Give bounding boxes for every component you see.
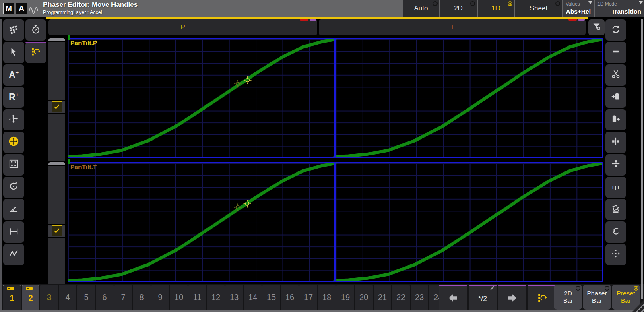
- graph-enable-cell: [48, 225, 65, 237]
- mode-label: Sheet: [530, 4, 547, 12]
- cut-button[interactable]: [605, 64, 626, 86]
- dropdown-1d-mode[interactable]: 1D ModeTransition: [595, 0, 644, 17]
- cycle-divider: [334, 39, 336, 157]
- phaser-bar-button[interactable]: Phaser Bar: [583, 285, 611, 310]
- mode-button-auto[interactable]: Auto: [403, 0, 439, 17]
- scale-button[interactable]: [3, 154, 24, 176]
- step-number: 15: [267, 293, 276, 302]
- step-button-20[interactable]: 20: [355, 285, 373, 310]
- mode-button-sheet[interactable]: Sheet: [515, 0, 562, 17]
- handle-crosshair[interactable]: [232, 202, 244, 213]
- chevron-down-icon: [639, 1, 643, 4]
- selection-rotate-icon: [537, 293, 547, 305]
- curve-start-handle[interactable]: [68, 35, 70, 40]
- swap-values-button[interactable]: T|T: [605, 177, 626, 198]
- stopwatch-button[interactable]: [25, 19, 46, 41]
- step-number: 5: [84, 293, 88, 302]
- step-number: 13: [230, 293, 239, 302]
- split-vertical-button[interactable]: [605, 132, 626, 153]
- step-button-5[interactable]: 5: [77, 285, 95, 310]
- remove-button[interactable]: [605, 42, 626, 63]
- scale-icon: [8, 159, 19, 171]
- selected-handle-crosshair[interactable]: [242, 74, 253, 86]
- split-horizontal-button[interactable]: [605, 154, 626, 176]
- graph-plot-pantilt-p[interactable]: PanTilt.P: [68, 38, 603, 158]
- pointer-button[interactable]: [3, 42, 24, 63]
- graph-enable-cell: [48, 101, 65, 113]
- channel-header-t[interactable]: T: [319, 19, 586, 35]
- 2d-bar-button[interactable]: 2D Bar: [554, 285, 582, 310]
- cut-icon: [611, 69, 621, 81]
- right-toolbar: T|T: [605, 19, 626, 265]
- preset-bar-button[interactable]: Preset Bar: [612, 285, 640, 310]
- channel-header-p[interactable]: P: [48, 19, 317, 35]
- add-relative-button[interactable]: R+: [3, 87, 24, 108]
- step-button-23[interactable]: 23: [411, 285, 428, 310]
- red-indicator: [568, 19, 577, 21]
- step-number: 2: [28, 293, 33, 303]
- handle-crosshair[interactable]: [232, 78, 244, 89]
- arrow-left-icon: [447, 292, 459, 306]
- curve-start-handle[interactable]: [68, 159, 70, 164]
- sync-button[interactable]: [605, 19, 626, 41]
- step-grid-button[interactable]: [3, 19, 24, 41]
- selection-rotate-button[interactable]: [25, 42, 46, 63]
- move-button[interactable]: [3, 109, 24, 130]
- step-button-17[interactable]: 17: [299, 285, 317, 310]
- step-button-16[interactable]: 16: [281, 285, 299, 310]
- step-button-18[interactable]: 18: [318, 285, 336, 310]
- step-button-3[interactable]: 3: [40, 285, 58, 310]
- radio-indicator: [576, 286, 580, 291]
- step-button-13[interactable]: 13: [225, 285, 243, 310]
- swap-values-button-label: T|T: [611, 184, 621, 190]
- mode-button-2d[interactable]: 2D: [440, 0, 477, 17]
- step-button-19[interactable]: 19: [336, 285, 354, 310]
- step-button-10[interactable]: 10: [170, 285, 188, 310]
- paste-after-button[interactable]: [605, 109, 626, 130]
- dropdown-values[interactable]: ValuesAbs+Rel: [563, 0, 594, 17]
- step-button-2[interactable]: 2: [22, 285, 39, 310]
- ma-logo: M A: [3, 3, 27, 14]
- step-button-4[interactable]: 4: [59, 285, 76, 310]
- step-button-12[interactable]: 12: [207, 285, 225, 310]
- radio-indicator: [470, 1, 475, 6]
- mode-label: 2D: [454, 4, 463, 12]
- step-button-22[interactable]: 22: [392, 285, 410, 310]
- step-button-9[interactable]: 9: [151, 285, 169, 310]
- prev-page-button[interactable]: [439, 285, 467, 311]
- graph-plot-pantilt-t[interactable]: PanTilt.T: [68, 162, 603, 282]
- selection-rotate-button[interactable]: [528, 285, 556, 311]
- channel-label: P: [181, 24, 185, 31]
- title-block: Phaser Editor: Move Handles ProgrammingL…: [43, 1, 138, 15]
- page-indicator-button[interactable]: */2: [469, 285, 497, 311]
- step-button-7[interactable]: 7: [114, 285, 132, 310]
- move-handles-button[interactable]: [3, 132, 24, 153]
- graph-enable-checkbox[interactable]: [52, 225, 62, 236]
- angle-button[interactable]: [3, 199, 24, 220]
- mode-button-1d[interactable]: 1D: [478, 0, 514, 17]
- dropdown-value: Abs+Rel: [566, 8, 591, 15]
- add-absolute-button[interactable]: A+: [3, 64, 24, 86]
- next-page-button[interactable]: [498, 285, 526, 311]
- paste-before-button[interactable]: [605, 87, 626, 108]
- window-frame-right[interactable]: [641, 19, 643, 299]
- step-button-11[interactable]: 11: [188, 285, 206, 310]
- rotate-90-icon: [611, 204, 621, 216]
- curve-button[interactable]: [3, 244, 24, 265]
- step-button-8[interactable]: 8: [133, 285, 151, 310]
- angle-icon: [8, 204, 19, 216]
- filter-button[interactable]: [588, 19, 605, 35]
- rotate-button[interactable]: [3, 177, 24, 198]
- width-button[interactable]: [3, 221, 24, 243]
- step-button-15[interactable]: 15: [262, 285, 280, 310]
- nudge-button[interactable]: [605, 244, 626, 265]
- step-button-14[interactable]: 14: [244, 285, 262, 310]
- rotate-90-button[interactable]: [605, 199, 626, 220]
- split-horizontal-icon: [611, 159, 621, 171]
- graph-enable-checkbox[interactable]: [52, 101, 62, 112]
- step-button-1[interactable]: 1: [3, 285, 21, 310]
- step-button-6[interactable]: 6: [96, 285, 114, 310]
- graph-side-panel: [48, 166, 65, 224]
- step-button-21[interactable]: 21: [374, 285, 391, 310]
- mirror-button[interactable]: [605, 221, 626, 243]
